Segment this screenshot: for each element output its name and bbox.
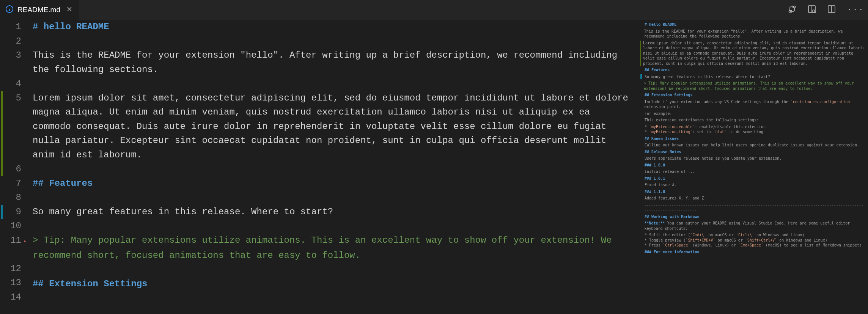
minimap-line: ## Known Issues [645, 136, 679, 141]
code-line: So many great features in this release. … [33, 205, 629, 219]
minimap-line: This extension contributes the following… [645, 118, 759, 123]
minimap-line: Lorem ipsum dolor sit amet, consectetur … [643, 41, 865, 66]
tab-bar: README.md ··· [0, 0, 868, 20]
minimap-line: Fixed issue #. [645, 182, 676, 188]
minimap-line: Include if your extension adds any VS Co… [644, 99, 865, 110]
minimap-line: # hello README [645, 22, 676, 27]
code-line: ## Extension Settings [33, 277, 629, 291]
code-line: Lorem ipsum dolor sit amet, consectetur … [33, 91, 629, 162]
editor-area[interactable]: 1234567891011121314 # hello README This … [0, 20, 637, 314]
minimap-line: Added features X, Y, and Z. [645, 196, 706, 201]
code-line [33, 162, 629, 176]
more-actions-icon[interactable]: ··· [847, 5, 864, 15]
code-line: This is the README for your extension "h… [33, 48, 629, 77]
minimap-line: Initial release of ... [645, 169, 695, 174]
tab-readme[interactable]: README.md [0, 0, 79, 20]
code-line: ## Features [33, 176, 629, 191]
minimap-line: ### 1.1.0 [645, 189, 665, 195]
code-line [33, 263, 629, 277]
code-line [33, 190, 629, 205]
code-line: ▸> Tip: Many popular extensions utilize … [33, 233, 629, 263]
line-number-gutter: 1234567891011121314 [3, 20, 33, 314]
code-line: # hello README [33, 20, 629, 34]
minimap-line: Calling out known issues can help limit … [645, 143, 859, 148]
info-icon [5, 5, 14, 15]
minimap-line: For example: [645, 111, 672, 116]
minimap-line: This is the README for your extension "h… [644, 29, 865, 39]
code-line [33, 219, 629, 233]
code-content[interactable]: # hello README This is the README for yo… [33, 20, 637, 314]
minimap-line: * `myExtension.enable`: enable/disable t… [645, 124, 766, 130]
minimap-line: ## Features [645, 68, 670, 73]
minimap-line: * `myExtension.thing`: set to `blah` to … [645, 129, 763, 135]
minimap-line: ## Working with Markdown [645, 214, 700, 220]
minimap-line: ### 1.0.1 [645, 176, 665, 181]
svg-point-9 [813, 10, 815, 12]
compare-icon[interactable] [788, 5, 797, 16]
code-line [33, 291, 629, 306]
minimap-line: ## Release Notes [645, 149, 681, 155]
open-preview-icon[interactable] [807, 5, 816, 16]
minimap-line: **Note:** You can author your README usi… [644, 221, 865, 231]
minimap-line: ### For more information [645, 250, 700, 255]
minimap-line: Users appreciate release notes as you up… [645, 156, 782, 161]
close-icon[interactable] [66, 6, 72, 14]
minimap-line: ## Extension Settings [645, 93, 692, 98]
minimap-line: > Tip: Many popular extensions utilize a… [644, 81, 865, 91]
minimap-line: * Toggle preview (`Shift+CMD+V` on macOS… [645, 238, 827, 243]
split-editor-icon[interactable] [827, 5, 836, 16]
code-line [33, 34, 629, 49]
minimap-line: * Split the editor (`Cmd+\` on macOS or … [645, 232, 804, 238]
tab-filename: README.md [17, 6, 60, 14]
minimap-line: ### 1.0.0 [645, 163, 665, 168]
editor-actions: ··· [788, 0, 864, 20]
code-line [33, 77, 629, 91]
minimap-line: So many great features in this release. … [645, 74, 770, 80]
minimap-line: * Press `Ctrl+Space` (Windows, Linux) or… [645, 243, 862, 248]
diff-gutter [0, 20, 3, 314]
minimap[interactable]: # hello README This is the README for yo… [637, 20, 868, 314]
